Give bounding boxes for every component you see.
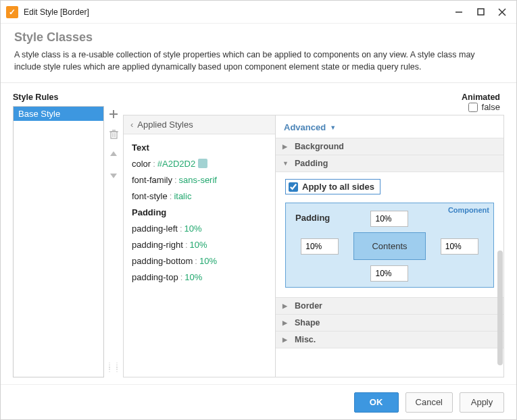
box-model: Component Padding Contents [285,203,494,288]
contents-box: Contents [353,232,425,260]
collapse-icon: ▼ [282,160,289,167]
page-description: A style class is a re-usable collection … [14,49,503,73]
move-up-icon[interactable] [108,149,119,160]
property-panels: ‹ Applied Styles Text color:#A2D2D2 font… [123,115,504,377]
style-rule-item[interactable]: Base Style [14,107,103,121]
window-controls [454,7,507,17]
padding-editor: Apply to all sides Component Padding Con… [276,172,503,297]
component-badge: Component [448,206,489,214]
group-heading-padding: Padding [132,207,267,217]
section-misc[interactable]: ▶Misc. [276,331,503,348]
group-heading-text: Text [132,142,267,153]
splitter-grip[interactable]: ⋮⋮⋮⋮⋮⋮ [106,364,121,370]
expand-icon: ▶ [282,143,289,150]
style-rules-list[interactable]: Base Style [13,106,104,377]
padding-right-input[interactable] [441,238,478,255]
app-icon: ✓ [6,6,18,18]
prop-padding-bottom[interactable]: padding-bottom:10% [132,256,267,266]
prop-padding-right[interactable]: padding-right:10% [132,240,267,250]
chevron-down-icon: ▼ [330,124,336,131]
advanced-dropdown[interactable]: Advanced ▼ [276,115,503,138]
titlebar: ✓ Edit Style [Border] [1,1,516,24]
section-shape[interactable]: ▶Shape [276,314,503,332]
animated-label: Animated [462,93,500,102]
section-border[interactable]: ▶Border [276,297,503,315]
applied-styles-header[interactable]: ‹ Applied Styles [124,115,275,134]
applied-styles-panel: ‹ Applied Styles Text color:#A2D2D2 font… [124,115,276,377]
animated-row: Animated false [123,93,504,112]
prop-color[interactable]: color:#A2D2D2 [132,159,267,169]
ok-button[interactable]: OK [354,392,399,413]
apply-all-checkbox[interactable] [289,182,298,192]
expand-icon: ▶ [282,336,289,343]
applied-styles-title: Applied Styles [137,120,193,130]
prop-padding-top[interactable]: padding-top:10% [132,272,267,282]
close-button[interactable] [497,7,507,17]
page-title: Style Classes [14,30,503,45]
add-icon[interactable] [108,109,119,120]
animated-value: false [482,102,500,112]
window-title: Edit Style [Border] [24,7,454,17]
advanced-panel: Advanced ▼ ▶Background ▼Padding Apply to… [276,115,503,377]
applied-styles-body: Text color:#A2D2D2 font-family:sans-seri… [124,134,275,294]
padding-top-input[interactable] [370,211,408,227]
style-rules-column: Style Rules Base Style [13,93,104,377]
color-swatch [198,159,207,168]
maximize-button[interactable] [476,7,485,17]
move-down-icon[interactable] [108,169,119,180]
trash-icon[interactable] [108,129,119,140]
scrollbar-thumb[interactable] [497,251,503,365]
prop-font-style[interactable]: font-style:italic [132,191,267,201]
animated-checkbox[interactable] [468,103,478,112]
properties-area: Animated false ‹ Applied Styles Text c [123,93,504,377]
minimize-button[interactable] [454,7,464,17]
dialog-body: Style Rules Base Style ⋮⋮⋮⋮⋮⋮ Animated f… [1,83,516,384]
expand-icon: ▶ [282,303,289,309]
style-rules-label: Style Rules [13,93,104,102]
cancel-button[interactable]: Cancel [405,392,453,413]
padding-bottom-input[interactable] [370,265,408,282]
edit-style-window: ✓ Edit Style [Border] Style Classes A st… [0,0,517,420]
apply-all-sides[interactable]: Apply to all sides [285,179,380,194]
prop-padding-left[interactable]: padding-left:10% [132,224,267,234]
expand-icon: ▶ [282,319,289,326]
dialog-footer: OK Cancel Apply [1,384,516,419]
advanced-label: Advanced [284,122,326,132]
section-padding[interactable]: ▼Padding [276,155,503,172]
section-background[interactable]: ▶Background [276,138,503,155]
back-chevron-icon[interactable]: ‹ [130,120,133,130]
svg-rect-1 [478,9,484,15]
apply-button[interactable]: Apply [460,392,504,413]
padding-left-input[interactable] [301,238,339,255]
list-toolbar: ⋮⋮⋮⋮⋮⋮ [104,93,123,377]
svg-rect-6 [111,132,117,138]
dialog-header: Style Classes A style class is a re-usab… [1,24,516,83]
prop-font-family[interactable]: font-family:sans-serif [132,175,267,185]
